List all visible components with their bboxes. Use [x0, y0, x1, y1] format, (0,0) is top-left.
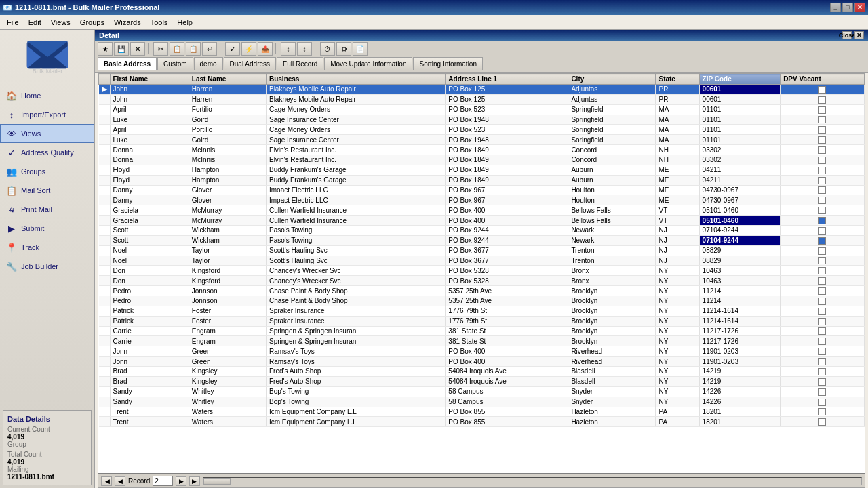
table-row[interactable]: ▶JohnHarrenBlakneys Mobile Auto RepairPO…	[99, 85, 865, 95]
dpv-checkbox[interactable]	[818, 257, 826, 264]
table-row[interactable]: GracielaMcMurrayCullen Warfield Insuranc…	[99, 216, 865, 226]
table-row[interactable]: DonKingsfordChancey's Wrecker SvcPO Box …	[99, 266, 865, 276]
close-button[interactable]: Close	[842, 31, 852, 39]
nav-first-button[interactable]: |◀	[101, 476, 112, 486]
table-row[interactable]: BradKingsleyFred's Auto Shop54084 Iroquo…	[99, 367, 865, 377]
table-row[interactable]: DannyGloverImoact Electric LLCPO Box 967…	[99, 185, 865, 195]
menu-views[interactable]: Views	[47, 17, 75, 28]
dpv-checkbox[interactable]	[818, 408, 826, 415]
dpv-checkbox[interactable]	[818, 96, 826, 104]
toolbar-save-button[interactable]: 💾	[114, 42, 129, 56]
sidebar-item-address-quality[interactable]: ✓ Address Quality	[0, 143, 94, 162]
menu-help[interactable]: Help	[173, 17, 197, 28]
sidebar-item-groups[interactable]: 👥 Groups	[0, 162, 94, 181]
table-row[interactable]: GracielaMcMurrayCullen Warfield Insuranc…	[99, 205, 865, 216]
col-zip[interactable]: ZIP Code	[699, 74, 781, 85]
toolbar-timer-button[interactable]: ⏱	[320, 42, 335, 56]
dpv-checkbox[interactable]	[818, 116, 826, 123]
dpv-checkbox[interactable]	[818, 177, 826, 184]
col-last-name[interactable]: Last Name	[189, 74, 266, 85]
toolbar-sort-desc-button[interactable]: ↕	[297, 42, 312, 56]
dpv-checkbox[interactable]	[818, 318, 826, 325]
dpv-checkbox[interactable]	[818, 86, 826, 94]
toolbar-sort-asc-button[interactable]: ↕	[281, 42, 296, 56]
table-row[interactable]: SandyWhitleyBop's Towing58 CampusSnyderN…	[99, 396, 865, 407]
table-row[interactable]: CarrieEngramSpringen & Springen Insuran3…	[99, 336, 865, 346]
dpv-checkbox[interactable]	[818, 298, 826, 305]
table-row[interactable]: JonnGreenRamsay's ToysPO Box 400Riverhea…	[99, 357, 865, 367]
dpv-checkbox[interactable]	[818, 146, 826, 154]
menu-edit[interactable]: Edit	[24, 17, 45, 28]
table-row[interactable]: DonKingsfordChancey's Wrecker SvcPO Box …	[99, 276, 865, 286]
dpv-checkbox[interactable]	[818, 308, 826, 315]
grid-wrapper[interactable]: First Name Last Name Business Address Li…	[98, 73, 865, 474]
tab-move-update[interactable]: Move Update Information	[324, 57, 412, 70]
col-dpv[interactable]: DPV Vacant	[781, 74, 865, 85]
maximize-button[interactable]: □	[842, 3, 853, 12]
table-row[interactable]: CarrieEngramSpringen & Springen Insuran3…	[99, 326, 865, 336]
table-row[interactable]: JohnHarrenBlakneys Mobile Auto RepairPO …	[99, 94, 865, 104]
table-row[interactable]: TrentWatersIcm Equipment Company L.LPO B…	[99, 407, 865, 417]
table-row[interactable]: PedroJonnsonChase Paint & Body Shop5357 …	[99, 296, 865, 306]
table-row[interactable]: AprilFortilioCage Money OrdersPO Box 523…	[99, 104, 865, 115]
toolbar-star-button[interactable]: ★	[98, 42, 113, 56]
table-row[interactable]: AprilPortilloCage Money OrdersPO Box 523…	[99, 125, 865, 135]
dpv-checkbox[interactable]	[818, 157, 826, 164]
table-row[interactable]: PedroJonnsonChase Paint & Body Shop5357 …	[99, 286, 865, 296]
sidebar-item-mail-sort[interactable]: 📋 Mail Sort	[0, 181, 94, 200]
col-business[interactable]: Business	[266, 74, 445, 85]
dpv-checkbox[interactable]	[818, 136, 826, 144]
table-row[interactable]: JonnGreenRamsav's ToysPO Box 400Riverhea…	[99, 346, 865, 357]
dpv-checkbox[interactable]	[818, 378, 826, 386]
tab-basic-address[interactable]: Basic Address	[98, 57, 157, 70]
record-number-input[interactable]	[153, 476, 173, 486]
table-row[interactable]: NoelTaylorScott's Hauling SvcPO Box 3677…	[99, 245, 865, 256]
sidebar-item-import-export[interactable]: ↕ Import/Export	[0, 105, 94, 124]
menu-tools[interactable]: Tools	[146, 17, 172, 28]
nav-next-button[interactable]: ▶	[176, 476, 186, 486]
table-row[interactable]: SandyWhitleyBop's Towing58 CampusSnyderN…	[99, 386, 865, 396]
col-arrow[interactable]	[99, 74, 111, 85]
nav-last-button[interactable]: ▶|	[189, 476, 200, 486]
dpv-checkbox[interactable]	[818, 217, 826, 224]
close-button[interactable]: ✕	[854, 3, 865, 12]
toolbar-copy-button[interactable]: 📋	[170, 42, 184, 56]
tab-sorting-info[interactable]: Sorting Information	[413, 57, 483, 70]
table-row[interactable]: DonnaMcInnisElvin's Restaurant Inc.PO Bo…	[99, 155, 865, 165]
dpv-checkbox[interactable]	[818, 167, 826, 174]
dpv-checkbox[interactable]	[818, 368, 826, 375]
toolbar-cut-button[interactable]: ✂	[153, 42, 168, 56]
horizontal-scrollbar[interactable]	[203, 477, 862, 485]
table-row[interactable]: DannyGloverImpact Electric LLCPO Box 967…	[99, 195, 865, 205]
dpv-checkbox[interactable]	[818, 106, 826, 114]
table-row[interactable]: LukeGoirdSage Insurance CenterPO Box 194…	[99, 135, 865, 145]
toolbar-close-x-button[interactable]: ✕	[130, 42, 145, 56]
minimize-button[interactable]: _	[830, 3, 841, 12]
toolbar-gear-button[interactable]: ⚙	[336, 42, 351, 56]
close-x-button[interactable]: ✕	[854, 31, 864, 39]
dpv-checkbox[interactable]	[818, 197, 826, 204]
toolbar-export-button[interactable]: 📤	[258, 42, 273, 56]
col-state[interactable]: State	[656, 74, 699, 85]
table-row[interactable]: LukeGoirdSage Insurance CenterPO Box 194…	[99, 115, 865, 125]
table-row[interactable]: NoelTaylorScott's Hauling SvcPO Box 3677…	[99, 256, 865, 266]
tab-demo[interactable]: demo	[194, 57, 223, 70]
table-row[interactable]: DonnaMcInnisElvin's Restaurant Inc.PO Bo…	[99, 145, 865, 155]
table-row[interactable]: PatrickFosterSpraker Insurance1776 79th …	[99, 306, 865, 316]
table-row[interactable]: ScottWickhamPaso's TowingPO Box 9244Newa…	[99, 226, 865, 236]
nav-prev-button[interactable]: ◀	[115, 476, 125, 486]
table-row[interactable]: BradKingsleyFred's Auto Shop54084 Iroquo…	[99, 376, 865, 386]
tab-dual-address[interactable]: Dual Address	[224, 57, 276, 70]
menu-groups[interactable]: Groups	[76, 17, 108, 28]
dpv-checkbox[interactable]	[818, 186, 826, 194]
sidebar-item-home[interactable]: 🏠 Home	[0, 86, 94, 105]
col-first-name[interactable]: First Name	[110, 74, 189, 85]
tab-custom[interactable]: Custom	[157, 57, 193, 70]
dpv-checkbox[interactable]	[818, 237, 826, 245]
table-row[interactable]: TrentWatersIcm Equipment Company L.LPO B…	[99, 417, 865, 427]
toolbar-undo-button[interactable]: ↩	[202, 42, 217, 56]
table-row[interactable]: FloydHamptonBuddy Frankum's GaragePO Box…	[99, 175, 865, 185]
sidebar-item-job-builder[interactable]: 🔧 Job Builder	[0, 257, 94, 276]
dpv-checkbox[interactable]	[818, 247, 826, 255]
dpv-checkbox[interactable]	[818, 277, 826, 285]
